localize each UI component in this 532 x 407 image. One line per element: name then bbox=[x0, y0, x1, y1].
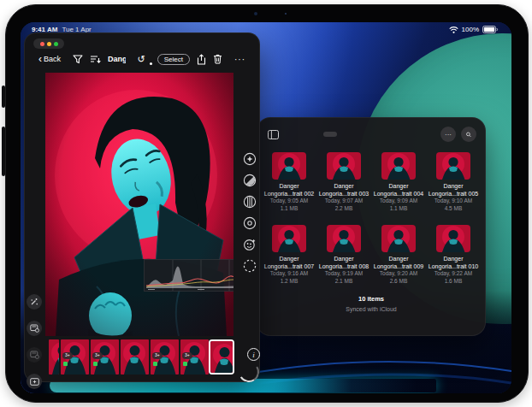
item-count: 10 items bbox=[257, 295, 485, 303]
info-icon[interactable]: i bbox=[247, 348, 260, 361]
file-thumbnail bbox=[272, 152, 306, 180]
filters-icon[interactable] bbox=[242, 151, 257, 166]
add-frame-icon[interactable] bbox=[27, 374, 42, 389]
edited-indicator-icon bbox=[153, 362, 157, 366]
file-item[interactable]: Danger Longoria...trait 009 Today, 9:20 … bbox=[372, 225, 425, 286]
file-name-line2: Longoria...trait 009 bbox=[372, 262, 425, 270]
file-item[interactable]: Danger Longoria...trait 010 Today, 9:22 … bbox=[427, 225, 480, 286]
file-time: Today, 9:19 AM bbox=[317, 270, 370, 278]
edited-indicator-icon bbox=[93, 362, 98, 366]
battery-icon bbox=[482, 26, 499, 33]
search-icon[interactable] bbox=[461, 127, 476, 142]
undo-icon[interactable]: ↺ bbox=[133, 54, 151, 64]
file-size: 2.2 MB bbox=[317, 205, 370, 213]
wand-adjust-icon[interactable] bbox=[27, 294, 42, 310]
file-item[interactable]: Danger Longoria...trait 008 Today, 9:19 … bbox=[317, 225, 370, 286]
page: 9:41 AMTue 1 Apr 100% bbox=[0, 0, 532, 407]
file-name-line2: Longoria...trait 008 bbox=[317, 262, 370, 270]
photo-canvas[interactable] bbox=[45, 73, 233, 336]
files-footer: 10 items Synced with iCloud bbox=[257, 295, 485, 312]
filmstrip-thumbnail[interactable]: 3+ bbox=[61, 339, 89, 375]
file-name-line1: Danger bbox=[263, 255, 316, 262]
file-item[interactable]: Danger Longoria...trait 003 Today, 9:07 … bbox=[317, 152, 370, 213]
sort-icon[interactable] bbox=[90, 55, 101, 64]
window-title: Danger Longo... bbox=[108, 55, 126, 63]
file-size: 4.5 MB bbox=[427, 205, 480, 213]
sync-status: Synced with iCloud bbox=[257, 306, 485, 312]
zoom-window-icon[interactable] bbox=[54, 42, 58, 46]
filmstrip-thumbnail[interactable] bbox=[210, 341, 233, 373]
file-time: Today, 9:07 AM bbox=[317, 198, 370, 205]
histogram-panel[interactable] bbox=[144, 259, 233, 292]
file-thumbnail bbox=[272, 225, 306, 252]
file-name-line1: Danger bbox=[317, 182, 370, 190]
file-name-line1: Danger bbox=[372, 255, 425, 262]
more-icon[interactable]: ··· bbox=[229, 54, 251, 65]
file-name-line2: Longoria...trait 002 bbox=[263, 190, 316, 198]
ellipsis-glyph: ··· bbox=[445, 131, 452, 139]
file-time: Today, 9:22 AM bbox=[427, 270, 480, 278]
file-name-line2: Longoria...trait 007 bbox=[263, 262, 316, 270]
close-window-icon[interactable] bbox=[40, 42, 44, 46]
copy-edits-icon[interactable] bbox=[27, 321, 42, 336]
stack-count-badge: 3+ bbox=[62, 352, 73, 359]
select-button[interactable]: Select bbox=[157, 54, 190, 65]
file-size: 1.2 MB bbox=[263, 278, 316, 286]
filmstrip-thumbnail[interactable]: 3+ bbox=[91, 339, 119, 375]
curves-icon[interactable] bbox=[242, 194, 257, 209]
file-name-line2: Longoria...trait 005 bbox=[427, 190, 480, 198]
crop-icon[interactable] bbox=[242, 258, 257, 273]
share-icon[interactable] bbox=[197, 54, 206, 65]
vignette-icon[interactable] bbox=[242, 215, 257, 230]
file-item[interactable]: Danger Longoria...trait 007 Today, 9:16 … bbox=[263, 225, 316, 286]
file-name-line2: Longoria...trait 010 bbox=[427, 262, 480, 270]
tool-rail bbox=[242, 151, 257, 273]
stack-count-badge: 3+ bbox=[182, 352, 192, 359]
trash-icon[interactable] bbox=[213, 54, 222, 64]
back-button[interactable]: ‹ Back bbox=[33, 54, 66, 64]
file-name-line1: Danger bbox=[317, 255, 370, 262]
back-label: Back bbox=[44, 55, 61, 63]
filmstrip-thumbnail[interactable]: 3+ bbox=[151, 339, 179, 375]
edit-actions-rail bbox=[27, 294, 42, 389]
file-name-line1: Danger bbox=[427, 255, 480, 262]
more-options-icon[interactable]: ··· bbox=[440, 127, 456, 142]
edited-indicator-icon bbox=[63, 362, 68, 366]
file-name-line1: Danger bbox=[263, 182, 316, 190]
filmstrip-thumbnail[interactable]: 3+ bbox=[180, 339, 209, 375]
file-time: Today, 9:16 AM bbox=[263, 270, 316, 278]
file-item[interactable]: Danger Longoria...trait 005 Today, 9:10 … bbox=[427, 152, 480, 213]
file-grid: Danger Longoria...trait 002 Today, 9:05 … bbox=[257, 145, 485, 285]
window-controls[interactable] bbox=[33, 38, 64, 49]
files-header: ··· bbox=[257, 118, 485, 145]
effects-icon[interactable] bbox=[242, 237, 257, 251]
file-item[interactable]: Danger Longoria...trait 002 Today, 9:05 … bbox=[263, 152, 316, 213]
file-time: Today, 9:20 AM bbox=[372, 270, 425, 278]
file-time: Today, 9:05 AM bbox=[263, 198, 316, 205]
sidebar-toggle-icon[interactable] bbox=[268, 130, 279, 139]
browser-tab[interactable] bbox=[323, 132, 337, 137]
file-thumbnail bbox=[381, 225, 416, 252]
paste-edits-icon[interactable] bbox=[27, 347, 42, 363]
filmstrip-thumbnail[interactable] bbox=[121, 339, 149, 375]
minimize-window-icon[interactable] bbox=[47, 42, 51, 46]
file-size: 2.1 MB bbox=[317, 278, 370, 286]
white-balance-icon[interactable] bbox=[242, 173, 257, 187]
file-name-line1: Danger bbox=[372, 182, 425, 190]
file-item[interactable]: Danger Longoria...trait 004 Today, 9:09 … bbox=[372, 152, 425, 213]
file-size: 1.6 MB bbox=[427, 278, 480, 286]
filter-icon[interactable] bbox=[73, 55, 83, 64]
file-thumbnail bbox=[381, 152, 416, 180]
files-window: ··· bbox=[257, 117, 486, 336]
filmstrip-thumbnail[interactable] bbox=[49, 339, 59, 375]
file-thumbnail bbox=[327, 225, 361, 252]
stack-count-badge: 3+ bbox=[92, 352, 103, 359]
browser-tab[interactable] bbox=[306, 132, 320, 137]
info-glyph: i bbox=[252, 351, 255, 359]
chevron-left-icon: ‹ bbox=[38, 56, 42, 63]
browser-tab[interactable] bbox=[289, 132, 303, 137]
stack-count-badge: 3+ bbox=[152, 352, 163, 359]
file-size: 1.1 MB bbox=[263, 205, 316, 213]
file-thumbnail bbox=[327, 152, 361, 180]
filmstrip: 3+ 3+ bbox=[49, 339, 233, 375]
